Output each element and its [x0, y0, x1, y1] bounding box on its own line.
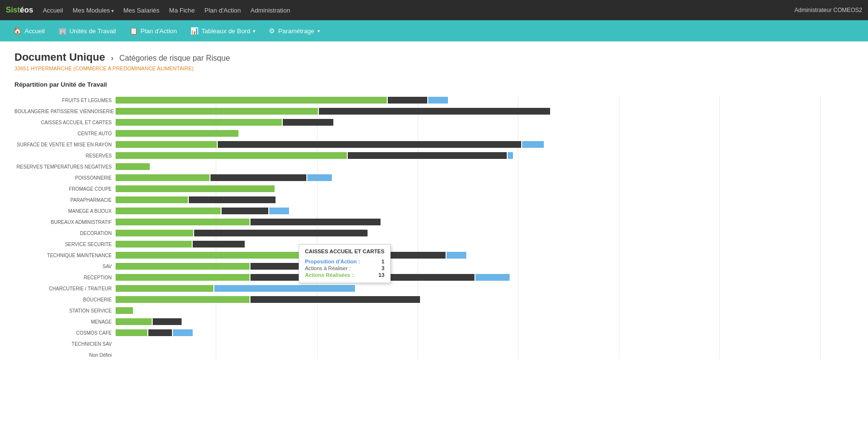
bar-dark [348, 152, 507, 159]
bar-dark [218, 141, 521, 148]
bar-area [116, 307, 854, 314]
bar-area [116, 252, 854, 259]
row-label: RESERVES [14, 153, 116, 158]
secondary-navigation: 🏠 Accueil 🏢 Unités de Travail 📋 Plan d'A… [0, 20, 868, 41]
bar-area [116, 108, 854, 115]
bar-area [116, 163, 854, 170]
bar-area [116, 196, 854, 203]
bar-area [116, 152, 854, 159]
chart-row: BOUCHERIE [14, 295, 854, 304]
bar-area [116, 329, 854, 336]
row-label: CHARCUTERIE / TRAITEUR [14, 286, 116, 291]
nav-ma-fiche[interactable]: Ma Fiche [169, 7, 195, 14]
chart-row: MANEGE A BIJOUX [14, 207, 854, 215]
home-icon: 🏠 [13, 27, 22, 35]
chart-row: FRUITS ET LEGUMES [14, 96, 854, 104]
nav-mes-modules[interactable]: Mes Modules [73, 7, 114, 14]
bar-dark [148, 329, 172, 336]
bar-green [116, 196, 188, 203]
row-label: BOUCHERIE [14, 297, 116, 302]
tooltip: CAISSES ACCUEIL ET CARTES Proposition d'… [299, 244, 391, 283]
bar-green [116, 185, 275, 192]
chart-row: MENAGE [14, 317, 854, 326]
bar-area [116, 263, 854, 270]
bar-green [116, 274, 250, 281]
chart-row: SURFACE DE VENTE ET MISE EN RAYON [14, 140, 854, 149]
bar-green [116, 318, 152, 325]
bar-area [116, 318, 854, 325]
chart-row: TECHNIQUE MAINTENANCE [14, 251, 854, 260]
bar-blue [428, 97, 448, 104]
sec-nav-accueil-label: Accueil [25, 27, 45, 35]
nav-administration[interactable]: Administration [250, 7, 290, 14]
bar-area [116, 352, 854, 358]
bar-area [116, 241, 854, 248]
building-icon: 🏢 [58, 27, 66, 35]
logo[interactable]: Sistéos [6, 6, 33, 14]
bar-dark [193, 241, 245, 248]
row-label: CAISSES ACCUEIL ET CARTES [14, 120, 116, 125]
tooltip-row-3: Actions Réalisées : 13 [305, 272, 384, 278]
company-info: 33651 HYPERMARCHE (COMMERCE A PREDOMINAN… [14, 65, 854, 71]
bar-green [116, 130, 238, 137]
sec-nav-tableaux[interactable]: 📊 Tableaux de Bord [184, 24, 261, 38]
chart-row: RESERVES TEMPERATURES NEGATIVES [14, 162, 854, 171]
bar-area [116, 274, 854, 281]
row-label: MANEGE A BIJOUX [14, 208, 116, 214]
row-label: RECEPTION [14, 275, 116, 280]
chart-row: Non Défini [14, 351, 854, 359]
top-navigation: Sistéos Accueil Mes Modules Mes Salariés… [0, 0, 868, 20]
sec-nav-plan-action[interactable]: 📋 Plan d'Action [124, 24, 183, 38]
bar-blue [269, 208, 289, 214]
bar-blue [522, 141, 544, 148]
chart-row: TECHNICIEN SAV [14, 339, 854, 348]
bar-blue [508, 152, 513, 159]
clipboard-icon: 📋 [130, 27, 138, 35]
sec-nav-unites-label: Unités de Travail [69, 27, 116, 35]
tooltip-value-1: 1 [381, 259, 384, 264]
row-label: COSMOS CAFE [14, 330, 116, 336]
user-info: Administrateur COMEOS2 [794, 7, 862, 13]
sec-nav-unites-travail[interactable]: 🏢 Unités de Travail [53, 24, 122, 38]
bar-dark [319, 108, 550, 115]
chart-icon: 📊 [190, 27, 198, 35]
bar-green [116, 174, 210, 181]
tooltip-label-3: Actions Réalisées : [305, 272, 354, 278]
bar-green [116, 141, 217, 148]
nav-accueil[interactable]: Accueil [43, 7, 63, 14]
chart-row: SAV [14, 262, 854, 271]
chart-row: STATION SERVICE [14, 306, 854, 315]
chart-wrapper: FRUITS ET LEGUMESBOULANGERIE PATISSERIE … [14, 96, 854, 359]
bar-green [116, 97, 387, 104]
bar-dark [194, 230, 368, 236]
bar-area [116, 219, 854, 225]
page-subtitle-text: Catégories de risque par Risque [119, 54, 230, 62]
sec-nav-parametrage[interactable]: ⚙ Paramétrage [263, 24, 325, 38]
nav-plan-action[interactable]: Plan d'Action [205, 7, 241, 14]
bar-dark [250, 219, 381, 225]
row-label: TECHNICIEN SAV [14, 341, 116, 347]
row-label: CENTRE AUTO [14, 131, 116, 136]
row-label: SURFACE DE VENTE ET MISE EN RAYON [14, 142, 116, 147]
bar-area [116, 340, 854, 347]
bar-green [116, 296, 250, 303]
tooltip-row-1: Proposition d'Action : 1 [305, 259, 384, 264]
bar-green [116, 241, 192, 248]
bar-area [116, 285, 854, 292]
sec-nav-accueil[interactable]: 🏠 Accueil [8, 24, 51, 38]
bar-green [116, 263, 250, 270]
chart-row: BOULANGERIE PATISSERIE VIENNOISERIE [14, 107, 854, 116]
breadcrumb-arrow: › [111, 54, 113, 62]
row-label: Non Défini [14, 352, 116, 358]
chart-row: CHARCUTERIE / TRAITEUR [14, 284, 854, 293]
chart-row: BUREAUX ADMINISTRATIF [14, 218, 854, 226]
row-label: FRUITS ET LEGUMES [14, 98, 116, 103]
bar-dark [189, 196, 276, 203]
row-label: DECORATION [14, 231, 116, 236]
nav-mes-salaries[interactable]: Mes Salariés [123, 7, 159, 14]
tooltip-title: CAISSES ACCUEIL ET CARTES [305, 248, 384, 256]
row-label: TECHNIQUE MAINTENANCE [14, 253, 116, 258]
row-label: MENAGE [14, 319, 116, 325]
bar-green [116, 230, 193, 236]
page-title: Document Unique › Catégories de risque p… [14, 51, 854, 64]
